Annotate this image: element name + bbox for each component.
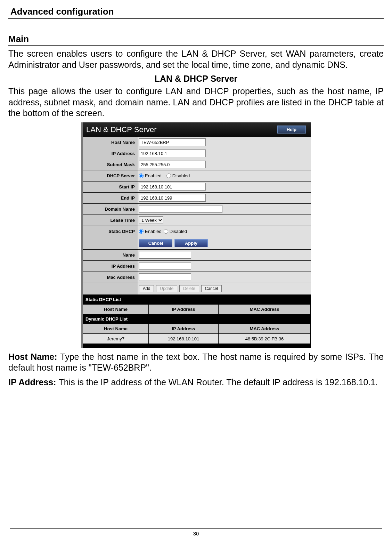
dynamic-col-ip: IP Address [149, 324, 218, 334]
page-header: Advanced configuration [8, 6, 384, 19]
help-button[interactable]: Help [277, 126, 306, 134]
ip-address-input[interactable] [139, 150, 206, 157]
disabled-label: Disabled [172, 173, 190, 178]
empty-label [83, 237, 138, 249]
end-ip-input[interactable] [139, 194, 206, 202]
ip-address2-label: IP Address [83, 261, 138, 272]
static-col-mac: MAC Address [218, 304, 311, 314]
host-name-description: Host Name: Type the host name in the tex… [8, 352, 384, 373]
dhcp-server-label: DHCP Server [83, 170, 138, 181]
footer-divider [10, 528, 382, 529]
panel-title: LAN & DHCP Server [86, 125, 157, 134]
apply-button[interactable]: Apply [174, 239, 208, 247]
start-ip-input[interactable] [139, 183, 206, 191]
enabled-label: Enabled [145, 173, 162, 178]
empty-label-2 [83, 283, 138, 294]
static-dhcp-disabled-radio[interactable] [164, 229, 168, 234]
ip-address-label: IP Address [83, 148, 138, 159]
static-enabled-label: Enabled [145, 229, 162, 234]
static-col-host: Host Name [83, 304, 149, 314]
domain-name-input[interactable] [139, 205, 222, 213]
host-name-input[interactable] [139, 138, 206, 146]
dynamic-list-header: Dynamic DHCP List [83, 314, 311, 324]
dyn-host: Jeremy7 [83, 334, 149, 344]
delete-button[interactable]: Delete [179, 285, 199, 292]
name-label: Name [83, 250, 138, 260]
lan-dhcp-intro: This page allows the user to configure L… [8, 86, 384, 119]
lan-dhcp-panel: LAN & DHCP Server Help Host Name IP Addr… [81, 122, 311, 348]
static-dhcp-label: Static DHCP [83, 226, 138, 237]
dyn-ip: 192.168.10.101 [149, 334, 218, 344]
cancel2-button[interactable]: Cancel [201, 285, 222, 292]
domain-name-label: Domain Name [83, 204, 138, 215]
mac-address-input[interactable] [139, 273, 191, 281]
lease-time-label: Lease Time [83, 215, 138, 226]
static-disabled-label: Disabled [170, 229, 187, 234]
page-number: 30 [193, 531, 199, 536]
dynamic-col-mac: MAC Address [218, 324, 311, 334]
main-heading: Main [8, 34, 384, 46]
main-intro: The screen enables users to configure th… [8, 48, 384, 70]
ip-address-description: IP Address: This is the IP address of th… [8, 377, 384, 388]
host-name-label: Host Name [83, 137, 138, 148]
dyn-mac: 48:5B:39:2C:FB:36 [218, 334, 311, 344]
mac-address-label: Mac Address [83, 272, 138, 283]
name-input[interactable] [139, 251, 191, 259]
update-button[interactable]: Update [156, 285, 177, 292]
dynamic-col-host: Host Name [83, 324, 149, 334]
static-list-header: Static DHCP List [83, 295, 311, 304]
subnet-mask-input[interactable] [139, 161, 206, 168]
lease-time-select[interactable]: 1 Week [139, 216, 163, 224]
lan-dhcp-heading: LAN & DHCP Server [8, 74, 384, 84]
table-row: Jeremy7 192.168.10.101 48:5B:39:2C:FB:36 [83, 334, 311, 344]
ip-address2-input[interactable] [139, 262, 191, 270]
static-dhcp-enabled-radio[interactable] [139, 229, 144, 234]
add-button[interactable]: Add [139, 285, 154, 292]
subnet-mask-label: Subnet Mask [83, 159, 138, 170]
cancel-button[interactable]: Cancel [139, 239, 172, 247]
end-ip-label: End IP [83, 193, 138, 203]
dhcp-disabled-radio[interactable] [166, 173, 171, 178]
static-col-ip: IP Address [149, 304, 218, 314]
dhcp-enabled-radio[interactable] [139, 173, 144, 178]
start-ip-label: Start IP [83, 181, 138, 192]
